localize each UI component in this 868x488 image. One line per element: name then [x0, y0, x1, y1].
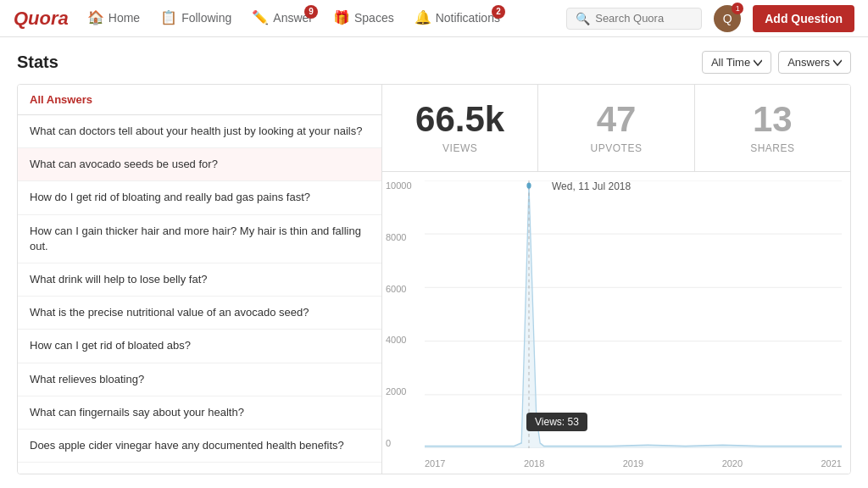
search-input[interactable] — [595, 12, 693, 25]
list-item[interactable]: What can fingernails say about your heal… — [18, 396, 381, 430]
y-label: 0 — [386, 438, 412, 448]
all-answers-header[interactable]: All Answers — [18, 85, 381, 115]
shares-value: 13 — [753, 102, 793, 137]
nav-spaces[interactable]: 🎁 Spaces — [325, 0, 403, 37]
quora-logo[interactable]: Quora — [14, 8, 69, 30]
filter-type-label: Answers — [787, 56, 830, 69]
svg-marker-6 — [425, 186, 842, 448]
list-item[interactable]: How do I get rid of bloating and really … — [18, 181, 381, 214]
content-area: All Answers What can doctors tell about … — [17, 84, 851, 474]
upvotes-value: 47 — [597, 102, 637, 137]
stats-header: Stats All Time Answers — [17, 51, 851, 74]
chevron-down-icon-2 — [833, 58, 842, 67]
x-label: 2019 — [623, 458, 643, 469]
list-item[interactable]: What is the precise nutritional value of… — [18, 297, 381, 330]
chart-tooltip-date: Wed, 11 Jul 2018 — [552, 180, 631, 192]
nav-answer[interactable]: ✏️ Answer 9 — [243, 0, 321, 37]
avatar-badge: 1 — [732, 3, 743, 14]
stats-boxes: 66.5k VIEWS 47 UPVOTES 13 SHARES — [382, 85, 850, 172]
list-item[interactable]: How can I gain thicker hair and more hai… — [18, 215, 381, 263]
chevron-down-icon — [754, 58, 762, 67]
nav-home[interactable]: 🏠 Home — [79, 0, 148, 37]
upvotes-label: UPVOTES — [591, 142, 643, 154]
views-stat: 66.5k VIEWS — [382, 85, 538, 171]
list-item[interactable]: What is the drink which reduces weight? — [18, 463, 381, 474]
x-label: 2021 — [821, 458, 842, 469]
filter-type-button[interactable]: Answers — [778, 51, 851, 74]
chart-svg — [425, 180, 842, 448]
views-value: 66.5k — [415, 102, 504, 137]
chart-y-labels: 10000 8000 6000 4000 2000 0 — [386, 180, 412, 448]
home-icon: 🏠 — [87, 9, 104, 25]
stats-filters: All Time Answers — [702, 51, 851, 74]
views-label: VIEWS — [442, 142, 477, 154]
y-label: 6000 — [386, 284, 412, 294]
right-panel: 66.5k VIEWS 47 UPVOTES 13 SHARES Wed, 11… — [382, 85, 850, 474]
nav-notifications-label: Notifications — [436, 11, 500, 25]
chart-x-labels: 2017 2018 2019 2020 2021 — [425, 458, 842, 469]
notifications-badge: 2 — [492, 5, 505, 19]
search-box: 🔍 — [566, 8, 702, 30]
y-label: 4000 — [386, 335, 412, 345]
main-container: Stats All Time Answers All Answers What … — [0, 37, 868, 488]
filter-time-label: All Time — [711, 56, 750, 69]
upvotes-stat: 47 UPVOTES — [538, 85, 694, 171]
nav-home-label: Home — [108, 11, 140, 25]
header: Quora 🏠 Home 📋 Following ✏️ Answer 9 🎁 S… — [0, 0, 868, 37]
spaces-icon: 🎁 — [333, 9, 350, 25]
shares-stat: 13 SHARES — [695, 85, 850, 171]
avatar-wrap: Q 1 — [714, 5, 741, 32]
x-label: 2018 — [524, 458, 544, 469]
list-item[interactable]: How can I get rid of bloated abs? — [18, 330, 381, 363]
stats-title: Stats — [17, 53, 58, 72]
svg-point-8 — [526, 182, 531, 188]
y-label: 8000 — [386, 232, 412, 242]
nav-notifications[interactable]: 🔔 Notifications 2 — [406, 0, 509, 37]
list-item[interactable]: Does apple cider vinegar have any docume… — [18, 430, 381, 463]
list-item[interactable]: What can avocado seeds be used for? — [18, 148, 381, 181]
list-item[interactable]: What can doctors tell about your health … — [18, 115, 381, 148]
answer-badge: 9 — [304, 5, 318, 19]
shares-label: SHARES — [750, 142, 794, 154]
search-icon: 🔍 — [576, 12, 590, 25]
nav-following-label: Following — [181, 11, 231, 25]
list-item[interactable]: What relieves bloating? — [18, 363, 381, 396]
x-label: 2017 — [425, 458, 445, 469]
answer-icon: ✏️ — [252, 9, 269, 25]
y-label: 2000 — [386, 386, 412, 396]
chart-tooltip: Views: 53 — [526, 413, 587, 431]
filter-time-button[interactable]: All Time — [702, 51, 771, 74]
following-icon: 📋 — [160, 9, 177, 25]
chart-area: Wed, 11 Jul 2018 10000 8000 6000 4000 20… — [382, 172, 850, 474]
left-panel: All Answers What can doctors tell about … — [18, 85, 382, 474]
x-label: 2020 — [722, 458, 743, 469]
y-label: 10000 — [386, 180, 412, 191]
add-question-button[interactable]: Add Question — [753, 5, 854, 32]
notifications-icon: 🔔 — [415, 9, 431, 25]
list-item[interactable]: What drink will help to lose belly fat? — [18, 263, 381, 297]
nav-spaces-label: Spaces — [354, 11, 394, 25]
nav-following[interactable]: 📋 Following — [152, 0, 240, 37]
